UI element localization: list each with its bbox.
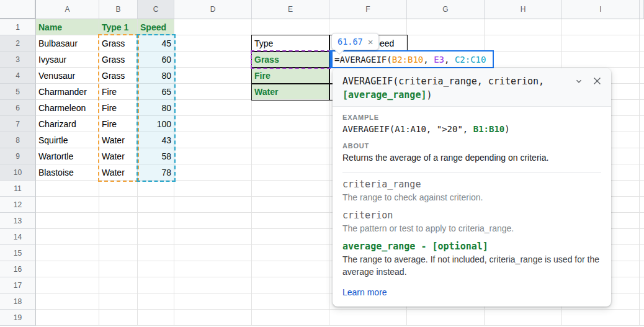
cell-B6[interactable]: Fire — [99, 100, 138, 116]
cell-B3[interactable]: Grass — [99, 52, 138, 68]
cell-D8[interactable] — [174, 132, 252, 148]
cell-E17[interactable] — [252, 277, 329, 293]
cell-extra-13[interactable] — [640, 213, 644, 229]
cell-D15[interactable] — [174, 245, 252, 261]
cell-extra-12[interactable] — [640, 197, 644, 213]
row-header-17[interactable]: 17 — [0, 277, 36, 293]
cell-B19[interactable] — [99, 310, 138, 326]
cell-B17[interactable] — [99, 277, 138, 293]
cell-E3[interactable]: Grass — [252, 52, 329, 68]
cell-B18[interactable] — [99, 293, 138, 310]
cell-extra-2[interactable] — [640, 35, 644, 52]
row-header-7[interactable]: 7 — [0, 116, 36, 132]
cell-A3[interactable]: Ivysaur — [36, 52, 99, 68]
cell-C11[interactable] — [138, 181, 174, 197]
cell-E10[interactable] — [252, 164, 329, 181]
cell-C13[interactable] — [138, 213, 174, 229]
cell-C6[interactable]: 80 — [138, 100, 174, 116]
cell-A16[interactable] — [36, 261, 99, 277]
cell-H19[interactable] — [485, 310, 562, 326]
row-header-13[interactable]: 13 — [0, 213, 36, 229]
cell-G1[interactable] — [407, 19, 485, 35]
column-header-D[interactable]: D — [174, 0, 252, 19]
column-header-I[interactable]: I — [562, 0, 640, 19]
cell-E15[interactable] — [252, 245, 329, 261]
cell-D16[interactable] — [174, 261, 252, 277]
cell-B11[interactable] — [99, 181, 138, 197]
cell-B2[interactable]: Grass — [99, 35, 138, 52]
cell-A18[interactable] — [36, 293, 99, 310]
cell-C4[interactable]: 80 — [138, 68, 174, 84]
cell-D17[interactable] — [174, 277, 252, 293]
cell-extra-7[interactable] — [640, 116, 644, 132]
cell-H2[interactable] — [485, 35, 562, 52]
cell-A8[interactable]: Squirtle — [36, 132, 99, 148]
column-header-H[interactable]: H — [485, 0, 562, 19]
cell-C2[interactable]: 45 — [138, 35, 174, 52]
row-header-1[interactable]: 1 — [0, 19, 36, 35]
cell-C15[interactable] — [138, 245, 174, 261]
cell-B15[interactable] — [99, 245, 138, 261]
cell-A7[interactable]: Charizard — [36, 116, 99, 132]
cell-D18[interactable] — [174, 293, 252, 310]
cell-B16[interactable] — [99, 261, 138, 277]
row-header-14[interactable]: 14 — [0, 229, 36, 245]
cell-B7[interactable]: Fire — [99, 116, 138, 132]
cell-A19[interactable] — [36, 310, 99, 326]
cell-C8[interactable]: 43 — [138, 132, 174, 148]
cell-E5[interactable]: Water — [252, 84, 329, 100]
row-header-9[interactable]: 9 — [0, 148, 36, 164]
cell-I1[interactable] — [562, 19, 640, 35]
cell-B13[interactable] — [99, 213, 138, 229]
cell-A10[interactable]: Blastoise — [36, 164, 99, 181]
cell-extra-5[interactable] — [640, 84, 644, 100]
cell-A6[interactable]: Charmeleon — [36, 100, 99, 116]
column-header-E[interactable]: E — [252, 0, 329, 19]
cell-extra-18[interactable] — [640, 293, 644, 310]
cell-H3[interactable] — [485, 52, 562, 68]
row-header-18[interactable]: 18 — [0, 293, 36, 310]
cell-extra-19[interactable] — [640, 310, 644, 326]
cell-D11[interactable] — [174, 181, 252, 197]
cell-D13[interactable] — [174, 213, 252, 229]
select-all-corner[interactable] — [0, 0, 36, 19]
column-header-B[interactable]: B — [99, 0, 138, 19]
cell-extra-16[interactable] — [640, 261, 644, 277]
row-header-5[interactable]: 5 — [0, 84, 36, 100]
row-header-19[interactable]: 19 — [0, 310, 36, 326]
cell-C9[interactable]: 58 — [138, 148, 174, 164]
cell-E14[interactable] — [252, 229, 329, 245]
cell-E19[interactable] — [252, 310, 329, 326]
cell-B4[interactable]: Grass — [99, 68, 138, 84]
cell-E18[interactable] — [252, 293, 329, 310]
cell-I3[interactable] — [562, 52, 640, 68]
cell-A5[interactable]: Charmander — [36, 84, 99, 100]
cell-C7[interactable]: 100 — [138, 116, 174, 132]
cell-E4[interactable]: Fire — [252, 68, 329, 84]
cell-E7[interactable] — [252, 116, 329, 132]
cell-G19[interactable] — [407, 310, 485, 326]
cell-A2[interactable]: Bulbasaur — [36, 35, 99, 52]
row-header-11[interactable]: 11 — [0, 181, 36, 197]
cell-C16[interactable] — [138, 261, 174, 277]
cell-E1[interactable] — [252, 19, 329, 35]
cell-B8[interactable]: Water — [99, 132, 138, 148]
cell-D3[interactable] — [174, 52, 252, 68]
cell-extra-11[interactable] — [640, 181, 644, 197]
cell-I2[interactable] — [562, 35, 640, 52]
cell-B14[interactable] — [99, 229, 138, 245]
cell-C14[interactable] — [138, 229, 174, 245]
cell-D5[interactable] — [174, 84, 252, 100]
row-header-8[interactable]: 8 — [0, 132, 36, 148]
cell-E16[interactable] — [252, 261, 329, 277]
cell-F19[interactable] — [329, 310, 407, 326]
cell-A15[interactable] — [36, 245, 99, 261]
cell-E12[interactable] — [252, 197, 329, 213]
cell-extra-1[interactable] — [640, 19, 644, 35]
cell-A11[interactable] — [36, 181, 99, 197]
row-header-16[interactable]: 16 — [0, 261, 36, 277]
cell-extra-3[interactable] — [640, 52, 644, 68]
chevron-down-icon[interactable] — [575, 77, 583, 86]
cell-B1[interactable]: Type 1 — [99, 19, 138, 35]
formula-editor[interactable]: =AVERAGEIF(B2:B10, E3, C2:C10 — [329, 50, 494, 68]
